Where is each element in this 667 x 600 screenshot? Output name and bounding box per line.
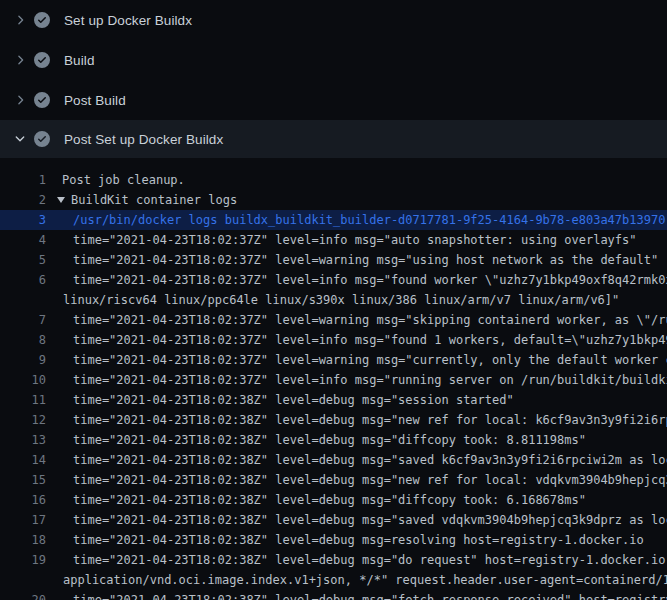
log-line: 20 time="2021-04-23T18:02:38Z" level=deb… bbox=[0, 590, 667, 600]
log-line: 10 time="2021-04-23T18:02:37Z" level=inf… bbox=[0, 370, 667, 390]
steps-list: Set up Docker Buildx Build Post Build Po… bbox=[0, 0, 667, 158]
log-line: 13 time="2021-04-23T18:02:38Z" level=deb… bbox=[0, 430, 667, 450]
log-line-number[interactable]: 14 bbox=[0, 450, 46, 470]
log-line: 8 time="2021-04-23T18:02:37Z" level=info… bbox=[0, 330, 667, 350]
log-line-text: time="2021-04-23T18:02:37Z" level=warnin… bbox=[73, 350, 667, 370]
step-row-post-set-up-docker-buildx[interactable]: Post Set up Docker Buildx bbox=[0, 120, 667, 158]
log-line-text: time="2021-04-23T18:02:38Z" level=debug … bbox=[73, 490, 586, 510]
chevron-right-icon bbox=[12, 52, 28, 68]
log-line-number[interactable]: 8 bbox=[0, 330, 46, 350]
log-line: 14 time="2021-04-23T18:02:38Z" level=deb… bbox=[0, 450, 667, 470]
log-line: 19 time="2021-04-23T18:02:38Z" level=deb… bbox=[0, 550, 667, 570]
step-label: Build bbox=[64, 53, 95, 68]
log-viewer: 1 Post job cleanup. 2 BuildKit container… bbox=[0, 158, 667, 600]
log-line-number[interactable]: 13 bbox=[0, 430, 46, 450]
log-line-number[interactable]: 10 bbox=[0, 370, 46, 390]
log-line: linux/riscv64 linux/ppc64le linux/s390x … bbox=[0, 290, 667, 310]
log-line-number[interactable]: 3 bbox=[0, 210, 46, 230]
log-line: 11 time="2021-04-23T18:02:38Z" level=deb… bbox=[0, 390, 667, 410]
log-line-text: time="2021-04-23T18:02:38Z" level=debug … bbox=[73, 530, 644, 550]
log-line: 16 time="2021-04-23T18:02:38Z" level=deb… bbox=[0, 490, 667, 510]
log-line-text: time="2021-04-23T18:02:37Z" level=warnin… bbox=[73, 250, 658, 270]
step-row-build[interactable]: Build bbox=[0, 40, 667, 80]
check-circle-icon bbox=[34, 12, 50, 28]
log-line: 7 time="2021-04-23T18:02:37Z" level=warn… bbox=[0, 310, 667, 330]
log-line-text: time="2021-04-23T18:02:37Z" level=warnin… bbox=[73, 310, 667, 330]
log-line-text: time="2021-04-23T18:02:37Z" level=info m… bbox=[73, 370, 667, 390]
log-line-number[interactable]: 4 bbox=[0, 230, 46, 250]
log-line-number[interactable]: 17 bbox=[0, 510, 46, 530]
log-line-text: time="2021-04-23T18:02:37Z" level=info m… bbox=[73, 230, 637, 250]
log-line-text: time="2021-04-23T18:02:38Z" level=debug … bbox=[73, 470, 667, 490]
log-line-number[interactable]: 19 bbox=[0, 550, 46, 570]
log-line-number[interactable]: 11 bbox=[0, 390, 46, 410]
log-line-number[interactable]: 18 bbox=[0, 530, 46, 550]
step-label: Set up Docker Buildx bbox=[64, 13, 192, 28]
log-line-text: time="2021-04-23T18:02:38Z" level=debug … bbox=[73, 510, 667, 530]
log-line-number[interactable]: 7 bbox=[0, 310, 46, 330]
step-row-post-build[interactable]: Post Build bbox=[0, 80, 667, 120]
log-line: 9 time="2021-04-23T18:02:37Z" level=warn… bbox=[0, 350, 667, 370]
chevron-right-icon bbox=[12, 92, 28, 108]
log-line: 6 time="2021-04-23T18:02:37Z" level=info… bbox=[0, 270, 667, 290]
log-line-number[interactable]: 6 bbox=[0, 270, 46, 290]
log-line-number bbox=[0, 570, 46, 590]
log-line-text: time="2021-04-23T18:02:38Z" level=debug … bbox=[73, 410, 667, 430]
log-line-text: application/vnd.oci.image.index.v1+json,… bbox=[63, 570, 667, 590]
log-line-text: time="2021-04-23T18:02:38Z" level=debug … bbox=[73, 450, 667, 470]
log-line: 15 time="2021-04-23T18:02:38Z" level=deb… bbox=[0, 470, 667, 490]
log-line-text: Post job cleanup. bbox=[62, 170, 185, 190]
group-collapse-icon[interactable] bbox=[57, 197, 65, 203]
log-line-number[interactable]: 9 bbox=[0, 350, 46, 370]
actions-log-panel: Set up Docker Buildx Build Post Build Po… bbox=[0, 0, 667, 600]
log-line: 18 time="2021-04-23T18:02:38Z" level=deb… bbox=[0, 530, 667, 550]
log-group-header: 2 BuildKit container logs bbox=[0, 190, 667, 210]
step-label: Post Set up Docker Buildx bbox=[64, 132, 223, 147]
log-line: 17 time="2021-04-23T18:02:38Z" level=deb… bbox=[0, 510, 667, 530]
log-line-command: 3 /usr/bin/docker logs buildx_buildkit_b… bbox=[0, 210, 667, 230]
log-line: 5 time="2021-04-23T18:02:37Z" level=warn… bbox=[0, 250, 667, 270]
log-line-number[interactable]: 12 bbox=[0, 410, 46, 430]
check-circle-icon bbox=[34, 52, 50, 68]
log-line-text: /usr/bin/docker logs buildx_buildkit_bui… bbox=[73, 210, 665, 230]
check-circle-icon bbox=[34, 131, 50, 147]
log-line-text: time="2021-04-23T18:02:38Z" level=debug … bbox=[73, 430, 586, 450]
log-line-number[interactable]: 15 bbox=[0, 470, 46, 490]
log-line-number[interactable]: 2 bbox=[0, 190, 46, 210]
log-line-text: time="2021-04-23T18:02:38Z" level=debug … bbox=[73, 550, 667, 570]
log-line-number[interactable]: 16 bbox=[0, 490, 46, 510]
log-line: application/vnd.oci.image.index.v1+json,… bbox=[0, 570, 667, 590]
log-line-text: time="2021-04-23T18:02:38Z" level=debug … bbox=[73, 390, 514, 410]
chevron-down-icon bbox=[12, 131, 28, 147]
log-line-number[interactable]: 1 bbox=[0, 170, 46, 190]
log-line-text: BuildKit container logs bbox=[71, 190, 237, 210]
chevron-right-icon bbox=[12, 12, 28, 28]
log-line-text: time="2021-04-23T18:02:37Z" level=info m… bbox=[73, 330, 667, 350]
log-line: 4 time="2021-04-23T18:02:37Z" level=info… bbox=[0, 230, 667, 250]
log-line-text: time="2021-04-23T18:02:38Z" level=debug … bbox=[73, 590, 667, 600]
step-row-set-up-docker-buildx[interactable]: Set up Docker Buildx bbox=[0, 0, 667, 40]
check-circle-icon bbox=[34, 92, 50, 108]
log-line-number[interactable]: 20 bbox=[0, 590, 46, 600]
log-line-number bbox=[0, 290, 46, 310]
log-line: 1 Post job cleanup. bbox=[0, 170, 667, 190]
log-line-text: time="2021-04-23T18:02:37Z" level=info m… bbox=[73, 270, 667, 290]
log-line-text: linux/riscv64 linux/ppc64le linux/s390x … bbox=[63, 290, 619, 310]
log-line: 12 time="2021-04-23T18:02:38Z" level=deb… bbox=[0, 410, 667, 430]
step-label: Post Build bbox=[64, 93, 126, 108]
log-line-number[interactable]: 5 bbox=[0, 250, 46, 270]
